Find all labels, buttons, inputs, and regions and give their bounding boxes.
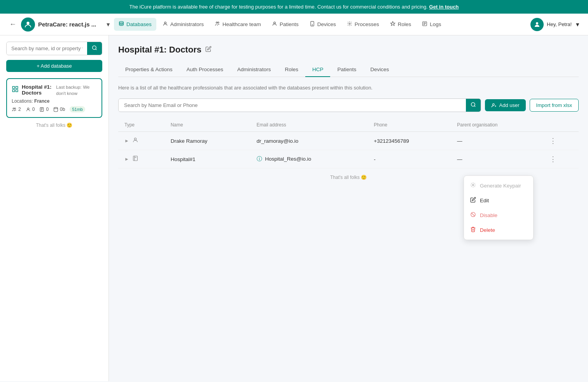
row2-type-icon	[132, 155, 138, 163]
nav-label-logs: Logs	[430, 21, 441, 27]
tab-auth-processes[interactable]: Auth Processes	[180, 63, 231, 77]
menu-label-disable: Disable	[480, 212, 497, 218]
svg-rect-6	[311, 21, 314, 26]
th-parent: Parent organisation	[451, 118, 543, 132]
row1-type: ►	[118, 132, 164, 150]
svg-point-25	[472, 184, 474, 186]
brand-name: PetraCare: react.js ...	[38, 21, 96, 28]
nav-item-logs[interactable]: Logs	[417, 18, 446, 31]
svg-rect-24	[133, 156, 138, 161]
row1-type-icon	[132, 137, 138, 145]
tab-devices[interactable]: Devices	[363, 63, 396, 77]
row2-name: Hospital#1	[164, 150, 250, 168]
nav-item-processes[interactable]: Processes	[342, 18, 384, 31]
nav-label-administrators: Administrators	[170, 21, 204, 27]
healthcare-team-icon	[215, 21, 220, 28]
row2-info-icon: ⓘ	[257, 156, 262, 162]
nav-label-processes: Processes	[355, 21, 379, 27]
administrators-icon	[163, 21, 168, 28]
db-icon	[12, 86, 19, 94]
table-row: ► Drake Ramoray dr_ramoray@io.io +321234…	[118, 132, 579, 150]
nav-item-patients[interactable]: Patients	[267, 18, 303, 31]
tab-administrators[interactable]: Administrators	[230, 63, 278, 77]
svg-point-5	[274, 22, 276, 24]
svg-point-23	[134, 138, 136, 140]
tab-patients[interactable]: Patients	[330, 63, 363, 77]
row1-actions: ⋮	[543, 132, 579, 150]
row1-action-menu[interactable]: ⋮	[550, 137, 557, 145]
svg-rect-14	[12, 90, 14, 92]
menu-label-delete: Delete	[480, 227, 495, 233]
description-text: Here is a list of all the healthcare pro…	[118, 85, 579, 91]
get-in-touch-link[interactable]: Get in touch	[429, 4, 459, 10]
table-row: ► Hospital#1 ⓘ Hospital_Res@io.io - —	[118, 150, 579, 168]
sidebar-search-input[interactable]	[7, 42, 87, 54]
nav-item-administrators[interactable]: Administrators	[158, 18, 208, 31]
stat-size-0b: 0b	[60, 107, 65, 112]
delete-icon	[470, 226, 476, 233]
sidebar-footer: That's all folks 🙂	[6, 123, 102, 128]
tab-roles[interactable]: Roles	[278, 63, 305, 77]
logs-icon	[422, 21, 427, 28]
nav-label-databases: Databases	[126, 21, 152, 27]
svg-point-8	[349, 23, 350, 25]
db-location-value: France	[34, 98, 49, 104]
svg-point-18	[27, 108, 29, 109]
svg-point-2	[164, 22, 166, 24]
row2-phone: -	[368, 150, 451, 168]
edit-title-icon[interactable]	[205, 46, 212, 54]
back-button[interactable]: ←	[8, 19, 18, 30]
menu-item-delete[interactable]: Delete	[464, 223, 533, 237]
sidebar: + Add database Hospital #1: Doctors Last…	[0, 35, 109, 381]
navbar: ← PetraCare: react.js ... ▼ Databases Ad…	[0, 14, 588, 35]
toolbar: Add user Import from xlsx	[118, 98, 579, 112]
row1-expand[interactable]: ►	[124, 138, 129, 144]
sidebar-search-button[interactable]	[87, 42, 102, 55]
row2-parent: —	[451, 150, 543, 168]
svg-point-20	[54, 107, 58, 109]
menu-item-generate-keypair[interactable]: Generate Keypair	[464, 178, 533, 193]
user-dropdown-icon[interactable]: ▼	[575, 21, 580, 28]
user-section: Hey, Petra! ▼	[530, 18, 580, 31]
db-location-label: Locations:	[12, 98, 33, 104]
svg-rect-15	[16, 90, 18, 92]
db-stats: 2 0 0 0b 51mb	[12, 106, 97, 112]
svg-point-17	[14, 108, 16, 109]
brand-dropdown[interactable]: ▼	[105, 21, 111, 28]
svg-point-4	[218, 22, 219, 23]
db-card[interactable]: Hospital #1: Doctors Last backup: We don…	[6, 78, 102, 118]
search-button[interactable]	[466, 99, 481, 112]
nav-label-roles: Roles	[398, 21, 411, 27]
row2-type: ►	[118, 150, 164, 168]
add-database-button[interactable]: + Add database	[6, 60, 102, 72]
import-button[interactable]: Import from xlsx	[530, 99, 579, 112]
nav-items: Databases Administrators Healthcare team…	[114, 18, 527, 31]
row2-action-menu[interactable]: ⋮	[550, 155, 557, 163]
search-input[interactable]	[119, 99, 466, 111]
nav-item-roles[interactable]: Roles	[385, 18, 416, 31]
svg-point-22	[493, 103, 495, 105]
stat-patient-count: 0	[32, 107, 35, 112]
tab-hcp[interactable]: HCP	[305, 63, 331, 77]
add-user-button[interactable]: Add user	[485, 99, 525, 111]
row2-expand[interactable]: ►	[124, 156, 129, 162]
th-phone: Phone	[368, 118, 451, 132]
svg-point-11	[93, 46, 96, 49]
tab-properties[interactable]: Properties & Actions	[118, 63, 180, 77]
row1-phone: +32123456789	[368, 132, 451, 150]
stat-doc-count: 0	[46, 107, 49, 112]
hcp-table: Type Name Email address Phone Parent org…	[118, 118, 579, 168]
nav-item-databases[interactable]: Databases	[114, 18, 156, 31]
svg-point-7	[312, 25, 312, 25]
row1-name: Drake Ramoray	[164, 132, 250, 150]
menu-item-edit[interactable]: Edit	[464, 193, 533, 208]
svg-point-1	[119, 21, 124, 23]
menu-item-disable[interactable]: Disable	[464, 208, 533, 223]
generate-keypair-icon	[470, 182, 476, 189]
search-bar	[118, 98, 481, 112]
nav-item-devices[interactable]: Devices	[305, 18, 341, 31]
nav-item-healthcare-team[interactable]: Healthcare team	[210, 18, 266, 31]
svg-point-10	[536, 22, 538, 25]
svg-rect-13	[16, 86, 18, 88]
user-name[interactable]: Hey, Petra!	[547, 21, 572, 27]
